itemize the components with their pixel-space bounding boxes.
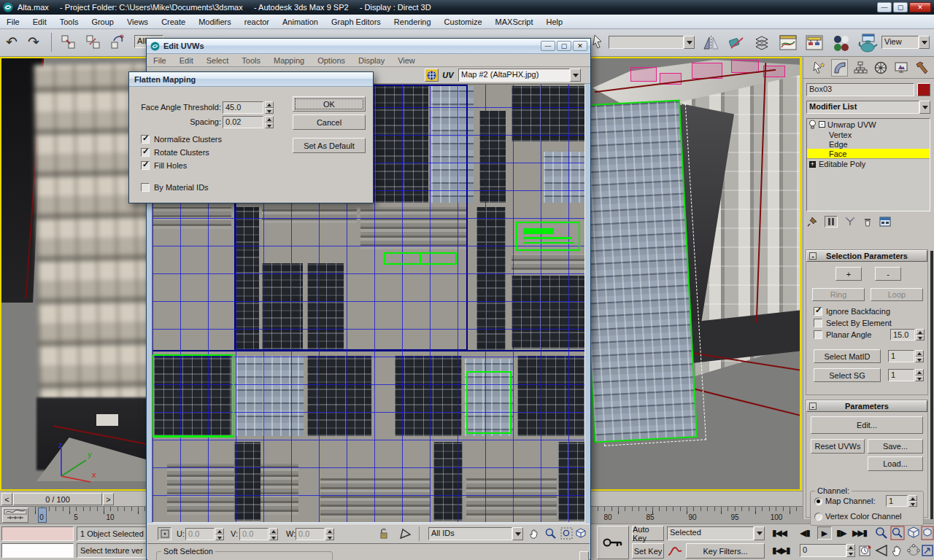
uvw-menu-view[interactable]: View: [391, 55, 422, 66]
pan-icon[interactable]: [528, 527, 541, 540]
w-coordinate-field[interactable]: 0.0: [296, 528, 325, 540]
stack-item-edge[interactable]: Edge: [807, 139, 930, 149]
stack-item-editable-poly[interactable]: + Editable Poly: [807, 158, 930, 169]
previous-frame-icon[interactable]: ◀▮: [800, 528, 810, 538]
object-name-field[interactable]: Box03: [806, 83, 914, 96]
zoom-extents-icon[interactable]: [575, 527, 587, 540]
checkbox-icon[interactable]: [814, 307, 822, 316]
tab-motion-icon[interactable]: [872, 59, 889, 77]
checkbox-icon[interactable]: [141, 183, 150, 192]
spacing-spinner[interactable]: [265, 116, 274, 128]
menu-rendering[interactable]: Rendering: [387, 16, 438, 28]
map-selector-dropdown[interactable]: Map #2 (AltaPHX.jpg): [458, 69, 581, 82]
redo-icon[interactable]: ↷: [28, 34, 39, 50]
face-angle-spinner[interactable]: [265, 101, 274, 114]
bind-to-space-warp-icon[interactable]: [109, 34, 127, 51]
show-end-result-icon[interactable]: [825, 216, 838, 228]
make-unique-icon[interactable]: [844, 216, 856, 228]
uvw-menu-select[interactable]: Select: [200, 55, 236, 66]
menu-group[interactable]: Group: [85, 16, 120, 28]
select-matid-button[interactable]: Select MatID: [814, 349, 881, 363]
undo-icon[interactable]: ↶: [6, 34, 18, 50]
uvw-minimize-button[interactable]: —: [541, 41, 555, 51]
load-uvws-button[interactable]: Load...: [868, 456, 923, 471]
checkbox-icon[interactable]: [814, 319, 822, 327]
default-in-out-tangent-icon[interactable]: [667, 544, 683, 559]
show-map-toggle-icon[interactable]: [425, 69, 439, 82]
rollout-collapse-icon[interactable]: -: [809, 402, 817, 410]
face-angle-field[interactable]: 45.0: [223, 101, 263, 114]
arc-rotate-icon[interactable]: [906, 543, 921, 558]
menu-maxscript[interactable]: MAXScript: [489, 16, 540, 28]
menu-views[interactable]: Views: [120, 16, 155, 28]
ignore-backfacing-checkbox[interactable]: Ignore Backfacing: [814, 307, 890, 316]
command-panel-scrollbar[interactable]: [930, 251, 933, 519]
uvw-menu-display[interactable]: Display: [352, 55, 391, 66]
time-configuration-icon[interactable]: [858, 543, 873, 558]
zoom-icon[interactable]: [544, 527, 557, 540]
save-uvws-button[interactable]: Save...: [868, 439, 923, 454]
radio-icon[interactable]: [814, 497, 822, 505]
mirror-icon[interactable]: [702, 34, 721, 52]
matid-spinner[interactable]: [915, 350, 924, 362]
map-channel-field[interactable]: 1: [886, 495, 908, 507]
stack-item-face[interactable]: Face: [807, 149, 930, 158]
by-material-ids-checkbox[interactable]: By Material IDs: [141, 183, 209, 192]
uvw-menu-edit[interactable]: Edit: [173, 55, 200, 66]
tab-create-icon[interactable]: [811, 59, 827, 77]
checkbox-icon[interactable]: [814, 330, 822, 339]
maximize-viewport-toggle-icon[interactable]: [921, 543, 934, 558]
modifier-list-dropdown[interactable]: Modifier List: [806, 101, 930, 114]
configure-modifier-sets-icon[interactable]: [879, 216, 892, 228]
open-mini-curve-editor-button[interactable]: [2, 508, 28, 523]
tab-display-icon[interactable]: [892, 59, 909, 77]
menu-file[interactable]: File: [0, 16, 26, 28]
rotate-clusters-checkbox[interactable]: Rotate Clusters: [141, 148, 209, 157]
uv-coordinates-button[interactable]: UV: [441, 69, 455, 82]
zoom-region-icon[interactable]: [560, 527, 574, 540]
parameters-header[interactable]: - Parameters: [806, 400, 927, 412]
zoom-extents-icon[interactable]: [906, 526, 921, 540]
layer-manager-icon[interactable]: [753, 34, 773, 52]
play-animation-button[interactable]: ▶: [817, 526, 832, 540]
menu-create[interactable]: Create: [155, 16, 192, 28]
tab-modify-icon[interactable]: [831, 59, 848, 77]
object-color-swatch[interactable]: [917, 83, 930, 96]
select-and-link-icon[interactable]: [60, 34, 77, 51]
u-spinner[interactable]: [215, 528, 224, 540]
go-to-end-icon[interactable]: ▶▶▮: [852, 528, 866, 538]
menu-modifiers[interactable]: Modifiers: [192, 16, 238, 28]
pan-view-icon[interactable]: [890, 543, 905, 558]
menu-graph-editors[interactable]: Graph Editors: [325, 16, 387, 28]
selected-uv-cluster[interactable]: [516, 222, 580, 251]
maxscript-mini-listener-pink[interactable]: [1, 526, 74, 541]
planar-angle-spinner[interactable]: [916, 329, 925, 341]
current-frame-field[interactable]: 0: [800, 544, 846, 557]
sg-field[interactable]: 1: [888, 369, 914, 381]
render-setup-icon[interactable]: [857, 32, 879, 54]
dropdown-arrow-icon[interactable]: [684, 36, 695, 49]
flatten-titlebar[interactable]: Flatten Mapping: [129, 72, 373, 87]
v-spinner[interactable]: [269, 528, 278, 540]
uvw-menu-file[interactable]: File: [147, 55, 173, 66]
menu-customize[interactable]: Customize: [438, 16, 489, 28]
grow-selection-button[interactable]: +: [835, 267, 862, 281]
uvw-menu-options[interactable]: Options: [311, 55, 352, 66]
next-frame-icon[interactable]: ▮▶: [836, 528, 846, 538]
normalize-clusters-checkbox[interactable]: Normalize Clusters: [141, 135, 222, 144]
vertex-color-radio-row[interactable]: Vertex Color Channel: [814, 512, 902, 521]
sg-spinner[interactable]: [915, 369, 924, 381]
checkbox-icon[interactable]: [141, 161, 150, 170]
dropdown-arrow-icon[interactable]: [919, 101, 930, 114]
named-selection-sets-dropdown[interactable]: [609, 36, 695, 49]
previous-frame-arrow[interactable]: <: [1, 493, 12, 505]
zoom-all-icon[interactable]: [890, 526, 905, 540]
field-of-view-icon[interactable]: [874, 543, 889, 558]
tab-hierarchy-icon[interactable]: [852, 59, 868, 77]
set-key-button[interactable]: Set Key: [632, 543, 664, 559]
menu-edit[interactable]: Edit: [26, 16, 53, 28]
matid-field[interactable]: 1: [888, 350, 914, 362]
remove-modifier-icon[interactable]: [862, 216, 873, 228]
v-coordinate-field[interactable]: 0.0: [239, 528, 269, 540]
selected-face-green-outline[interactable]: [576, 100, 698, 443]
